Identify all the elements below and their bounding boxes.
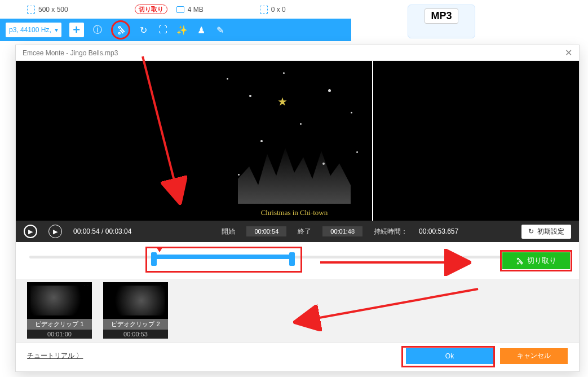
scissors-icon (116, 25, 126, 35)
main-toolbar: p3, 44100 Hz, + ⓘ ↻ ⛶ ✨ ♟ ✎ (0, 19, 351, 41)
close-button[interactable]: ✕ (565, 47, 572, 58)
end-label: 終了 (298, 227, 311, 236)
clip-duration: 00:01:00 (27, 330, 92, 339)
add-button[interactable]: + (69, 23, 84, 37)
album-art: ★ Christmas in Chi-town (215, 61, 373, 221)
format-select[interactable]: p3, 44100 Hz, (6, 23, 61, 37)
preview-area: ★ Christmas in Chi-town (16, 61, 579, 221)
rotate-icon[interactable]: ↻ (138, 24, 149, 36)
output-format-card[interactable]: MP3 (408, 5, 475, 38)
cancel-button[interactable]: キャンセル (500, 348, 568, 364)
start-label: 開始 (222, 227, 235, 236)
end-time-input[interactable]: 00:01:48 (322, 226, 362, 236)
mp3-badge: MP3 (425, 8, 458, 24)
source-dims: 500 x 500 (27, 6, 68, 14)
clip-duration: 00:00:53 (103, 330, 168, 339)
reset-button[interactable]: 初期設定 (521, 225, 571, 239)
clip-name: ビデオクリップ 2 (103, 319, 168, 330)
dialog-title: Emcee Monte - Jingo Bells.mp3 (23, 49, 118, 57)
play-button[interactable]: ▶ (24, 225, 37, 238)
cut-button[interactable]: 切り取り (502, 252, 570, 269)
trim-dialog: Emcee Monte - Jingo Bells.mp3 ✕ ★ Christ… (15, 45, 580, 372)
scissors-icon (516, 257, 524, 265)
playback-time: 00:00:54 / 00:03:04 (73, 227, 131, 235)
clip-1[interactable]: ✕ ビデオクリップ 1 00:01:00 (27, 282, 92, 339)
clips-row: ✕ ビデオクリップ 1 00:01:00 ✕ ビデオクリップ 2 00:00:5… (16, 279, 579, 342)
step-button[interactable]: ▶ (48, 225, 62, 238)
crop-icon[interactable]: ⛶ (157, 24, 169, 36)
effects-icon[interactable]: ✨ (176, 24, 188, 36)
watermark-icon[interactable]: ♟ (196, 24, 207, 36)
file-size: 4 MB (176, 6, 204, 14)
tutorial-link[interactable]: チュートリアル 〉 (27, 351, 83, 361)
trim-track-area: 切り取り (16, 242, 579, 279)
duration-value: 00:00:53.657 (419, 227, 458, 235)
duration-label: 持続時間： (374, 227, 408, 236)
info-icon[interactable]: ⓘ (92, 24, 103, 36)
annotation-selection-box (145, 247, 302, 273)
subtitle-icon[interactable]: ✎ (215, 24, 226, 36)
clip-name: ビデオクリップ 1 (27, 319, 92, 330)
clip-2[interactable]: ✕ ビデオクリップ 2 00:00:53 (103, 282, 168, 339)
cut-badge: 切り取り (135, 5, 167, 14)
cut-tool-highlight[interactable] (111, 20, 130, 40)
output-dims: 0 x 0 (260, 6, 286, 14)
start-time-input[interactable]: 00:00:54 (246, 226, 286, 236)
annotation-ok-box (401, 346, 495, 367)
control-bar: ▶ ▶ 00:00:54 / 00:03:04 開始 00:00:54 終了 0… (16, 221, 579, 242)
art-caption: Christmas in Chi-town (261, 208, 328, 217)
